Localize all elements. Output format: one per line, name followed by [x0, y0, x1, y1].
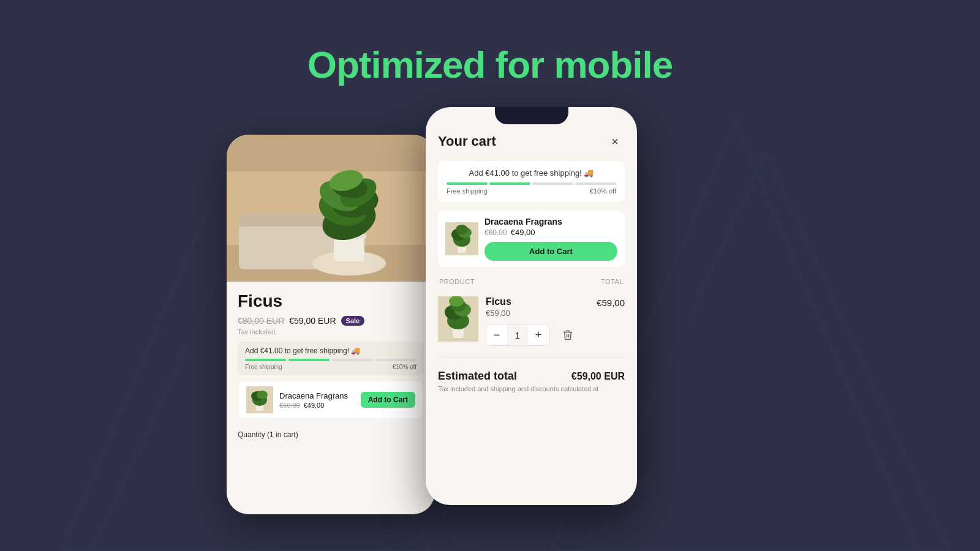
- close-button[interactable]: ×: [605, 132, 625, 151]
- right-prog-seg-1: [447, 182, 488, 185]
- estimated-total-label: Estimated total: [438, 370, 517, 383]
- left-add-to-cart-button[interactable]: Add to Cart: [361, 392, 415, 408]
- product-image: [227, 135, 435, 282]
- progress-segment-2: [288, 359, 330, 361]
- delete-item-button[interactable]: [558, 325, 578, 345]
- right-upsell-details: Dracaena Fragrans €60,00 €49,00 Add to C…: [484, 217, 617, 261]
- quantity-controls: − 1 +: [486, 324, 549, 346]
- right-label-discount: €10% off: [590, 187, 616, 195]
- right-phone-device: Your cart × Add €41.00 to get free shipp…: [426, 107, 637, 505]
- right-phone-content: Your cart × Add €41.00 to get free shipp…: [426, 107, 637, 505]
- quantity-section: Quantity (1 in cart): [227, 425, 435, 439]
- right-prog-seg-3: [532, 182, 573, 185]
- left-progress-bar: [245, 359, 417, 361]
- right-prog-seg-2: [489, 182, 530, 185]
- left-upsell-prices: €60,00 €49,00: [279, 402, 355, 409]
- svg-marker-3: [582, 153, 949, 551]
- cart-item-price: €59,00: [486, 309, 589, 318]
- cart-divider: [438, 357, 625, 358]
- price-row: €80,00 EUR €59,00 EUR Sale: [238, 316, 424, 326]
- progress-segment-1: [245, 359, 286, 361]
- right-upsell-card: Dracaena Fragrans €60,00 €49,00 Add to C…: [438, 211, 625, 267]
- phone-notch: [495, 107, 568, 124]
- left-phone-device: Ficus €80,00 EUR €59,00 EUR Sale Tax inc…: [227, 135, 435, 514]
- tax-note: Tax included.: [238, 328, 424, 335]
- right-upsell-sale: €49,00: [511, 228, 535, 237]
- left-upsell-image: [246, 386, 273, 413]
- right-prog-seg-4: [575, 182, 616, 185]
- quantity-value: 1: [507, 324, 528, 345]
- right-shipping-card: Add €41.00 to get free shipping! 🚚 Free …: [438, 161, 625, 202]
- left-progress-labels: Free shipping €10% off: [245, 364, 417, 370]
- original-price: €80,00 EUR: [238, 316, 284, 326]
- page-title: Optimized for mobile: [307, 43, 673, 86]
- svg-point-22: [257, 391, 268, 399]
- right-progress-labels: Free shipping €10% off: [447, 187, 616, 195]
- right-upsell-prices: €60,00 €49,00: [484, 228, 617, 237]
- quantity-label: Quantity (1 in cart): [238, 430, 424, 439]
- right-upsell-image: [445, 222, 478, 255]
- estimated-note: Tax included and shipping and discounts …: [438, 385, 625, 392]
- right-progress-bar: [447, 182, 616, 185]
- cart-item-name: Ficus: [486, 296, 589, 307]
- left-upsell-original: €60,00: [279, 402, 300, 409]
- right-label-free-shipping: Free shipping: [447, 187, 488, 195]
- cart-title: Your cart: [438, 133, 496, 149]
- right-shipping-text: Add €41.00 to get free shipping! 🚚: [447, 168, 616, 178]
- right-add-to-cart-button[interactable]: Add to Cart: [484, 242, 617, 261]
- estimated-total-value: €59,00 EUR: [571, 371, 625, 382]
- left-upsell-sale: €49,00: [304, 402, 325, 409]
- left-shipping-banner: Add €41.00 to get free shipping! 🚚 Free …: [238, 342, 424, 375]
- estimated-total-row: Estimated total €59,00 EUR: [438, 362, 625, 385]
- col-product-label: PRODUCT: [439, 278, 475, 285]
- right-upsell-original: €60,00: [484, 228, 507, 237]
- left-label-free-shipping: Free shipping: [245, 364, 282, 370]
- left-product-info: Ficus €80,00 EUR €59,00 EUR Sale Tax inc…: [227, 282, 435, 425]
- quantity-decrease-button[interactable]: −: [486, 324, 507, 345]
- left-label-discount: €10% off: [393, 364, 417, 370]
- col-total-label: TOTAL: [601, 278, 624, 285]
- progress-segment-3: [332, 359, 373, 361]
- left-upsell-name: Dracaena Fragrans: [279, 391, 355, 400]
- right-upsell-name: Dracaena Fragrans: [484, 217, 617, 227]
- cart-item-details: Ficus €59,00 − 1 +: [486, 296, 589, 346]
- cart-item-total: €59,00: [597, 296, 625, 308]
- left-upsell-info: Dracaena Fragrans €60,00 €49,00: [279, 391, 355, 409]
- svg-point-28: [456, 225, 468, 234]
- sale-price: €59,00 EUR: [289, 316, 336, 326]
- progress-segment-4: [375, 359, 417, 361]
- cart-header: Your cart ×: [438, 132, 625, 151]
- product-name: Ficus: [238, 291, 424, 311]
- left-shipping-text: Add €41.00 to get free shipping! 🚚: [245, 347, 417, 355]
- cart-table-header: PRODUCT TOTAL: [438, 276, 625, 290]
- sale-badge: Sale: [341, 316, 365, 326]
- left-upsell-card: Dracaena Fragrans €60,00 €49,00 Add to C…: [239, 381, 423, 418]
- quantity-increase-button[interactable]: +: [528, 324, 549, 345]
- cart-item-image: [438, 296, 478, 342]
- cart-item-row: Ficus €59,00 − 1 +: [438, 290, 625, 352]
